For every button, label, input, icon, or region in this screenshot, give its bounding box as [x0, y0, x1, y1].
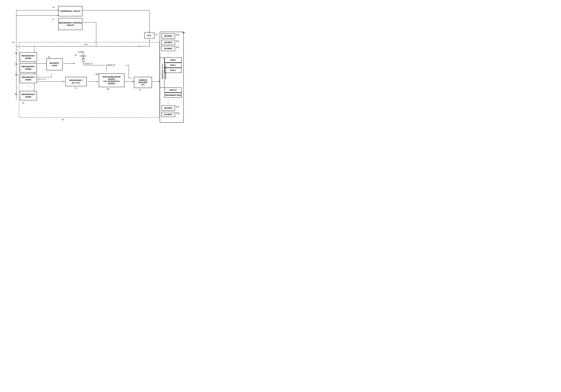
vddsw-m-label: VddSW_M	[107, 64, 115, 66]
ref-30: 30	[62, 119, 64, 121]
ref-33-2: 332	[15, 74, 18, 76]
row-2: ROW 2	[164, 68, 182, 73]
segment-2-box: SEGMENT	[162, 46, 175, 51]
dots-1: · · ·	[27, 85, 31, 88]
redundancy-control-label: REDUNDANCY CONTROL CIRCUIT	[59, 22, 82, 27]
redundant-col-0-label: REDUNDANT COL 0	[162, 65, 163, 79]
svg-text:req: req	[12, 41, 15, 43]
ref-48: 48	[48, 56, 50, 58]
row-1: ROW 1	[164, 63, 182, 68]
ref-32r: 32R	[95, 73, 98, 75]
ref-31: 31	[75, 87, 76, 89]
row-0: ROW 0	[164, 57, 182, 63]
ref-33-1: 331	[15, 63, 18, 65]
redundancy-ecc-ckt-box: REDUNDANCYECC CKT	[65, 77, 87, 86]
ref-102-n: 102n	[176, 106, 179, 108]
ref-35: 35	[22, 102, 24, 104]
ref-102-2: 1022	[176, 46, 179, 49]
dots-3: ···	[173, 73, 174, 81]
ref-25: 25	[156, 33, 157, 35]
segment-n-box: SEGMENT	[162, 105, 175, 111]
ecc-label: ECC	[147, 34, 151, 37]
segment-r-box: SEGMENT	[162, 112, 175, 117]
redundancy-word-r: REDUNDANCYWORD	[20, 91, 37, 100]
ref-33-0: 330	[15, 52, 18, 55]
majority-logic-box: MAJORITYLOGIC	[46, 58, 63, 70]
ref-32c: 32C	[107, 88, 109, 90]
ref-27: 27	[52, 19, 54, 21]
ecc-box: ECC	[144, 33, 155, 39]
ref-29: 29	[52, 7, 54, 8]
dots-4: ○○	[167, 99, 169, 105]
peripheral-circuit-label: PERIPHERAL CIRCUIT	[60, 10, 81, 12]
redundancy-word-1: REDUNDANCYWORD	[20, 63, 37, 72]
ref-102-1: 1021	[176, 40, 179, 42]
ref-49: 49	[75, 54, 76, 56]
peripheral-circuit-box: PERIPHERAL CIRCUIT	[58, 6, 82, 16]
redundant-row: REDUNDANT ROW	[164, 93, 182, 98]
redundant-col-1-label: REDUNDANT COL 1	[165, 65, 166, 79]
ref-100: 100	[182, 32, 185, 34]
ref-34: 34	[139, 89, 141, 91]
row-511: ROW 511	[164, 87, 182, 93]
segment-0-box: SEGMENT	[162, 33, 175, 39]
redundancy-control-box: REDUNDANCY CONTROL CIRCUIT	[58, 18, 82, 30]
ref-33-r: 33R	[14, 93, 17, 95]
redundancy-word-2: REDUNDANCYWORD	[20, 74, 37, 83]
ref-102-0: 1020	[176, 34, 179, 36]
segment-1-box: SEGMENT	[162, 40, 175, 45]
redundancy-word-0: REDUNDANCYWORD	[20, 52, 37, 62]
address-matching-box: ADDRESSMATCHINGCKT	[134, 77, 152, 88]
ref-102-r: 102R	[176, 112, 180, 115]
row-col-address-box: ROW ADDRESS/ROWENABLECOL ADDRESS/COLENAB…	[99, 73, 125, 87]
